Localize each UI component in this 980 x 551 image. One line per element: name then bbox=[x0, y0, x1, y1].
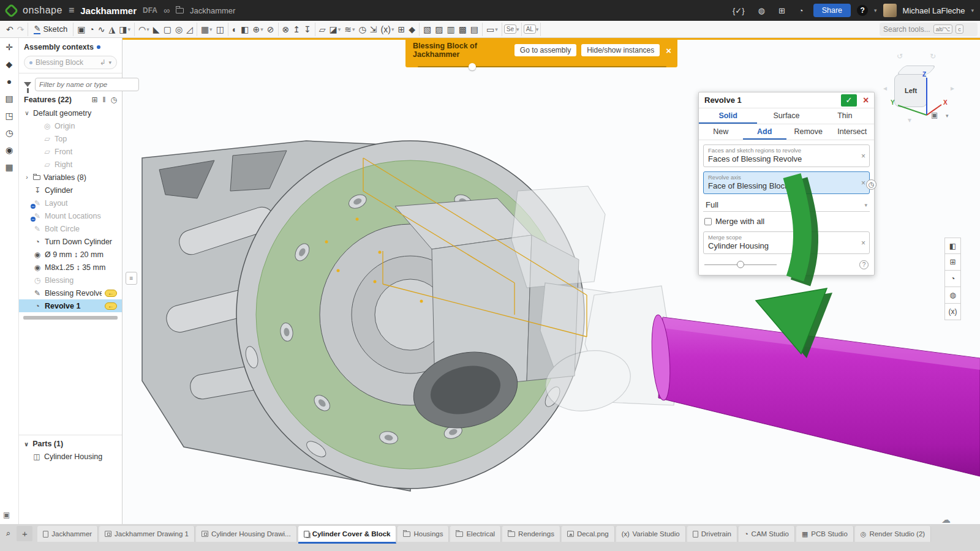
tab-search-icon[interactable]: ⌕ bbox=[6, 528, 10, 538]
feature-row-blessing[interactable]: ◷Blessing bbox=[19, 274, 122, 287]
suppress-icon[interactable]: ‖ bbox=[103, 96, 106, 104]
tool-plane-button[interactable]: ▱ bbox=[318, 24, 327, 35]
selection-filter-badge[interactable]: Se bbox=[504, 24, 516, 34]
tool-helix-button[interactable]: ◷ bbox=[358, 24, 368, 35]
feature-row-right[interactable]: ▱Right bbox=[19, 158, 122, 171]
chevron-down-icon[interactable]: ▾ bbox=[495, 26, 498, 32]
view-options-cube-icon[interactable]: ▣ bbox=[931, 111, 938, 119]
hamburger-menu-icon[interactable]: ≡ bbox=[69, 5, 74, 16]
breadcrumb-folder[interactable]: Jackhammer bbox=[190, 6, 235, 15]
tool-import-derived-button[interactable]: ⇲ bbox=[369, 24, 379, 35]
tool-extrude-button[interactable]: ▣ bbox=[76, 24, 86, 35]
view-cube[interactable]: ↺ ↻ ◂ ▸ ▾ Left Z X Y ▣ ▾ bbox=[882, 52, 962, 127]
tool-revolve-button[interactable]: ◔ bbox=[88, 24, 95, 35]
notifications-bell-icon[interactable]: ◍ bbox=[758, 6, 765, 15]
tab-remove[interactable]: Remove bbox=[786, 124, 831, 140]
merge-scope-field[interactable]: Merge scope Cylinder Housing × bbox=[703, 231, 870, 254]
feature-row-default-geometry[interactable]: ∨Default geometry bbox=[19, 107, 122, 119]
doc-tab-cylinder-cover-block[interactable]: Cylinder Cover & Block bbox=[298, 526, 397, 544]
merge-with-all-checkbox[interactable]: Merge with all bbox=[704, 217, 869, 226]
filter-funnel-icon[interactable] bbox=[24, 82, 31, 87]
filter-input[interactable] bbox=[35, 78, 139, 91]
doc-tab-decal-png[interactable]: Decal.png bbox=[562, 526, 615, 542]
tool-undo-button[interactable]: ↶ bbox=[5, 24, 15, 35]
tool-variable-button[interactable]: (x)▾ bbox=[380, 24, 396, 35]
feature-row-layout[interactable]: ✎–Layout bbox=[19, 197, 122, 209]
new-folder-icon[interactable]: ⊞ bbox=[91, 96, 97, 104]
tool-thicken-button[interactable]: ◨▾ bbox=[118, 24, 132, 35]
doc-tab-jackhammer[interactable]: Jackhammer bbox=[37, 526, 98, 542]
tool-split-button[interactable]: ◧ bbox=[239, 24, 250, 35]
context-pill-caret-icon[interactable]: ▾ bbox=[108, 59, 111, 66]
tool-sheet-metal-model-button[interactable]: ▧ bbox=[422, 24, 432, 35]
chevron-down-icon[interactable]: ▾ bbox=[128, 26, 131, 32]
rollback-history-icon[interactable]: ◷ bbox=[111, 96, 117, 104]
tool-sheet-metal-flange-button[interactable]: ▨ bbox=[434, 24, 444, 35]
render-image-icon[interactable]: ▣ bbox=[3, 511, 10, 519]
revolve-axis-field[interactable]: Revolve axis Face of Blessing Block × bbox=[703, 171, 870, 194]
assembly-context-pill[interactable]: Blessing Block ↲ ▾ bbox=[24, 56, 117, 69]
tool-surface-button[interactable]: ◪▾ bbox=[328, 24, 342, 35]
feature-row-front[interactable]: ▱Front bbox=[19, 145, 122, 158]
history-icon[interactable]: ◷ bbox=[6, 129, 13, 138]
tool-curves-button[interactable]: ≋▾ bbox=[343, 24, 356, 35]
tool-fillet-button[interactable]: ◠▾ bbox=[137, 24, 151, 35]
doc-tab-cylinder-housing-drawi[interactable]: Cylinder Housing Drawi... bbox=[196, 526, 297, 542]
tool-sweep-button[interactable]: ∿ bbox=[97, 24, 107, 35]
tab-thin[interactable]: Thin bbox=[816, 108, 874, 124]
apps-grid-icon[interactable]: ⊞ bbox=[778, 6, 785, 15]
clear-selection-icon[interactable]: × bbox=[861, 239, 865, 247]
clear-selection-icon[interactable]: × bbox=[861, 152, 865, 160]
learning-center-icon[interactable]: ◔ bbox=[799, 6, 804, 15]
confirm-button[interactable]: ✓ bbox=[841, 94, 857, 107]
sketch-button[interactable]: ✎ Sketch bbox=[30, 24, 71, 34]
feature-row-turn-down-cylinder[interactable]: ◔Turn Down Cylinder bbox=[19, 235, 122, 248]
tool-frames-button[interactable]: ⊞ bbox=[396, 24, 406, 35]
feature-row-cylinder[interactable]: ↧Cylinder bbox=[19, 184, 122, 197]
feature-row-origin[interactable]: ◎Origin bbox=[19, 119, 122, 132]
context-opacity-slider[interactable] bbox=[418, 66, 666, 67]
tool-delete-face-button[interactable]: ⊗ bbox=[281, 24, 291, 35]
properties-list-icon[interactable]: ▦ bbox=[5, 163, 13, 172]
feature-row-bolt-circle[interactable]: ✎Bolt Circle bbox=[19, 222, 122, 235]
chevron-down-icon[interactable]: ▾ bbox=[146, 26, 149, 32]
tool-sheet-metal-unfold-button[interactable]: ▤ bbox=[469, 24, 480, 35]
tool-shell-button[interactable]: ▢ bbox=[162, 24, 173, 35]
parts-header[interactable]: ∨ Parts (1) bbox=[19, 438, 122, 450]
faces-to-revolve-field[interactable]: Faces and sketch regions to revolve Face… bbox=[703, 144, 870, 167]
feature-row-variables-8[interactable]: ›Variables (8) bbox=[19, 171, 122, 184]
comments-icon[interactable]: ● bbox=[7, 77, 12, 86]
doc-tab-cam-studio[interactable]: ◔CAM Studio bbox=[739, 526, 795, 542]
variables-panel-icon[interactable]: (x) bbox=[944, 304, 961, 320]
tool-move-face-button[interactable]: ↥ bbox=[292, 24, 301, 35]
tab-new[interactable]: New bbox=[699, 124, 743, 140]
tab-add[interactable]: Add bbox=[743, 124, 787, 140]
tool-flat-pattern-button[interactable]: ▭▾ bbox=[485, 24, 499, 35]
tool-transform-button[interactable]: ⊕▾ bbox=[252, 24, 265, 35]
appearance-list-badge[interactable]: AL bbox=[524, 24, 536, 34]
revolve-type-dropdown[interactable]: Full ▾ bbox=[703, 198, 870, 212]
dialog-opacity-slider[interactable] bbox=[704, 264, 777, 266]
doc-tab-jackhammer-drawing-1[interactable]: Jackhammer Drawing 1 bbox=[99, 526, 195, 542]
feature-row-blessing-revolve[interactable]: ✎Blessing Revolve← bbox=[19, 287, 122, 299]
help-icon[interactable]: ? bbox=[857, 5, 868, 16]
appearance-list-caret-icon[interactable]: ▾ bbox=[536, 26, 539, 32]
feature-row-9-mm-20-mm[interactable]: ◉Ø 9 mm ↕ 20 mm bbox=[19, 248, 122, 261]
appearance-panel-icon[interactable]: ◧ bbox=[944, 238, 961, 254]
feature-row-mount-locations[interactable]: ✎–Mount Locations bbox=[19, 209, 122, 222]
rollback-bar[interactable] bbox=[23, 316, 118, 320]
link-icon[interactable]: ∞ bbox=[164, 6, 170, 15]
doc-tab-drivetrain[interactable]: Drivetrain bbox=[687, 526, 737, 542]
share-button[interactable]: Share bbox=[813, 4, 851, 17]
dialog-help-icon[interactable]: ? bbox=[859, 260, 869, 269]
doc-tab-electrical[interactable]: Electrical bbox=[450, 526, 501, 542]
tool-boolean-button[interactable]: ◐ bbox=[231, 24, 238, 35]
clear-selection-icon[interactable]: × bbox=[861, 179, 865, 187]
feature-row-top[interactable]: ▱Top bbox=[19, 132, 122, 145]
tool-mirror-button[interactable]: ◫ bbox=[215, 24, 225, 35]
selection-filter-caret-icon[interactable]: ▾ bbox=[516, 26, 519, 32]
chevron-right-icon[interactable]: › bbox=[24, 174, 30, 181]
notes-icon[interactable]: ▤ bbox=[5, 94, 13, 103]
tool-delete-part-button[interactable]: ⊘ bbox=[266, 24, 276, 35]
tool-replace-face-button[interactable]: ↧ bbox=[303, 24, 312, 35]
